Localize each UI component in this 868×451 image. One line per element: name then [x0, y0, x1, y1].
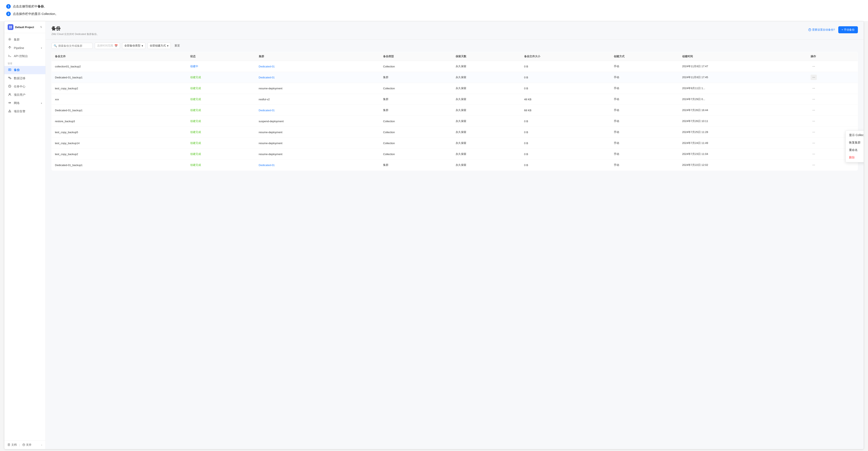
main-content: 备份 Zilliz Cloud 仅支持对 Dedicated 集群备份。 需要设… [45, 21, 864, 449]
col-status: 状态 [187, 52, 255, 61]
sidebar-footer: 文档 | 支持 ‹ [4, 440, 45, 449]
menu-item-restore-cluster[interactable]: 恢复集群 [846, 139, 864, 146]
cell-method: 手动 [611, 127, 679, 138]
network-chevron-icon: ▾ [41, 102, 42, 105]
cluster-name: resume-deployment [259, 152, 282, 156]
cell-method: 手动 [611, 138, 679, 149]
action-more-button[interactable]: ··· [811, 162, 816, 168]
cell-method: 手动 [611, 149, 679, 160]
action-more-button[interactable]: ··· [811, 96, 816, 102]
menu-item-show-collection[interactable]: 显示 Collection [846, 132, 864, 139]
sidebar-task-label: 任务中心 [14, 85, 25, 88]
sidebar-item-network[interactable]: 网络 ▾ [4, 99, 45, 107]
cell-file: xxx [52, 94, 187, 105]
cell-retention: 永久保留 [452, 160, 521, 171]
action-more-button[interactable]: ··· [811, 130, 816, 135]
create-method-label: 全部创建方式 [150, 44, 166, 48]
step-2-text: 点击操作栏中的显示 Collection。 [13, 11, 58, 16]
cell-time: 2024年7月25日 11:28 [679, 127, 807, 138]
sidebar: Default Project ⇅ 集群 [4, 21, 45, 449]
cell-cluster: Dedicated-01 [255, 160, 380, 171]
cell-cluster: restful-v2 [255, 94, 380, 105]
reset-button[interactable]: 重置 [173, 43, 182, 49]
action-more-button[interactable]: ··· [811, 118, 816, 124]
action-more-button[interactable]: ··· [811, 75, 816, 80]
cell-size: 0 B [521, 61, 611, 72]
sidebar-collapse-btn[interactable]: ‹ [41, 443, 42, 447]
action-more-button[interactable]: ··· [811, 108, 816, 113]
cell-backup-type: Collection [380, 83, 452, 94]
cell-backup-type: 集群 [380, 160, 452, 171]
cell-backup-type: Collection [380, 116, 452, 127]
sidebar-item-cluster[interactable]: 集群 [4, 35, 45, 44]
table-row: test_copy_backup14 创建完成 resume-deploymen… [52, 138, 858, 149]
cell-file: Dedicated-01_backup1 [52, 72, 187, 83]
backup-type-label: 全部备份类型 [124, 44, 141, 48]
svg-rect-2 [9, 27, 10, 28]
sidebar-cluster-label: 集群 [14, 38, 20, 41]
cell-status: 创建完成 [187, 94, 255, 105]
cell-status: 创建完成 [187, 160, 255, 171]
menu-item-rename[interactable]: 重命名 [846, 146, 864, 154]
project-selector[interactable]: Default Project ⇅ [4, 21, 45, 33]
cell-cluster: resume-deployment [255, 149, 380, 160]
page-title: 备份 [52, 25, 99, 32]
sidebar-pipeline-label: Pipeline [14, 46, 24, 50]
cell-backup-type: Collection [380, 61, 452, 72]
cluster-link[interactable]: Dedicated-01 [259, 76, 275, 79]
create-method-dropdown[interactable]: 全部创建方式 ▾ [148, 43, 171, 49]
menu-item-delete[interactable]: 删除 [846, 154, 864, 161]
cluster-icon [8, 38, 12, 42]
table-row: test_copy_backup5 创建完成 resume-deployment… [52, 127, 858, 138]
search-box[interactable]: 🔍 [52, 43, 93, 49]
svg-rect-0 [9, 26, 10, 27]
cell-cluster: Dedicated-01 [255, 61, 380, 72]
action-more-button[interactable]: ··· [811, 140, 816, 146]
svg-point-10 [9, 93, 10, 95]
sidebar-nav: 集群 Pipeline ▾ AP [4, 33, 45, 440]
table-row: restore_backup3 创建完成 suspend-deployment … [52, 116, 858, 127]
sidebar-item-api[interactable]: API 控制台 [4, 52, 45, 60]
backup-icon [8, 68, 12, 72]
svg-rect-3 [11, 27, 12, 28]
cell-cluster: Dedicated-01 [255, 105, 380, 116]
footer-divider: | [19, 443, 20, 447]
docs-link[interactable]: 文档 [8, 443, 17, 447]
sidebar-item-task[interactable]: 任务中心 [4, 83, 45, 91]
action-more-button[interactable]: ··· [811, 64, 816, 69]
cluster-link[interactable]: Dedicated-01 [259, 109, 275, 112]
step-2-badge: 2 [6, 11, 11, 16]
question-icon [808, 28, 811, 31]
cell-method: 手动 [611, 105, 679, 116]
sidebar-item-backup[interactable]: 备份 [4, 66, 45, 74]
action-more-button[interactable]: ··· [811, 86, 816, 91]
cell-method: 手动 [611, 160, 679, 171]
cell-file: test_copy_backup2 [52, 83, 187, 94]
search-input[interactable] [58, 44, 90, 47]
cell-size: 48 KB [521, 94, 611, 105]
cell-action: ··· [807, 105, 858, 116]
support-link[interactable]: 支持 [22, 443, 31, 447]
cell-file: test_copy_backup14 [52, 138, 187, 149]
cell-action: ··· [807, 94, 858, 105]
action-more-button[interactable]: ··· [811, 151, 816, 157]
cell-time: 2024年11月8日 17:45 [679, 72, 807, 83]
sidebar-item-alert[interactable]: 项目告警 [4, 107, 45, 116]
table-wrapper: 备份文件 状态 集群 备份类型 保留天数 备份文件大小 创建方式 创建时间 操作 [52, 52, 858, 171]
table-header-row: 备份文件 状态 集群 备份类型 保留天数 备份文件大小 创建方式 创建时间 操作 [52, 52, 858, 61]
sidebar-backup-label: 备份 [14, 68, 20, 72]
sidebar-item-pipeline[interactable]: Pipeline ▾ [4, 44, 45, 52]
backup-type-dropdown[interactable]: 全部备份类型 ▾ [122, 43, 145, 49]
auto-backup-link[interactable]: 需要设置自动备份? [808, 28, 835, 32]
cluster-link[interactable]: Dedicated-01 [259, 164, 275, 167]
cell-cluster: resume-deployment [255, 83, 380, 94]
manual-backup-button[interactable]: + 手动备份 [838, 26, 858, 33]
date-picker[interactable]: 选择时间范围 📅 [95, 43, 120, 49]
cluster-link[interactable]: Dedicated-01 [259, 65, 275, 68]
sidebar-item-migration[interactable]: 数据迁移 [4, 74, 45, 83]
sidebar-item-user[interactable]: 项目用户 [4, 91, 45, 99]
cell-cluster: Dedicated-01 [255, 72, 380, 83]
cell-action: ··· [807, 72, 858, 83]
cell-backup-type: Collection [380, 138, 452, 149]
table-body: collection01_backup2 创建中 Dedicated-01 Co… [52, 61, 858, 171]
